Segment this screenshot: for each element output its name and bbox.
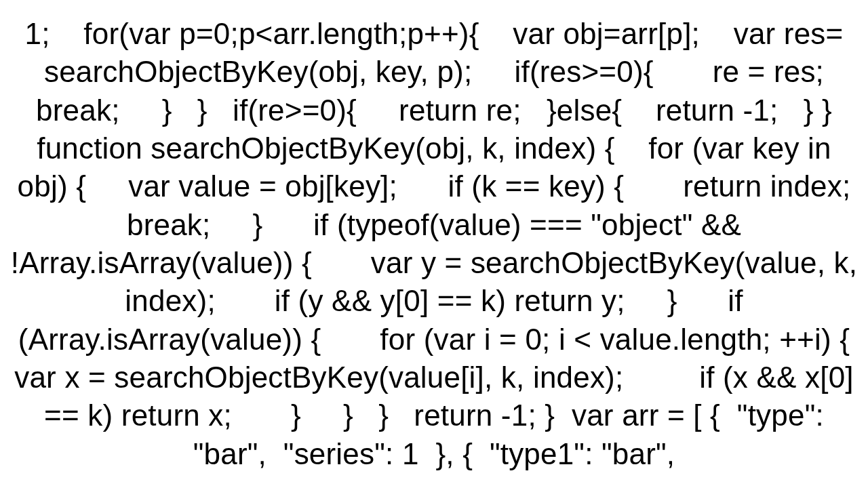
code-snippet-page: 1; for(var p=0;p<arr.length;p++){ var ob… <box>0 0 868 488</box>
code-block: 1; for(var p=0;p<arr.length;p++){ var ob… <box>8 15 860 473</box>
